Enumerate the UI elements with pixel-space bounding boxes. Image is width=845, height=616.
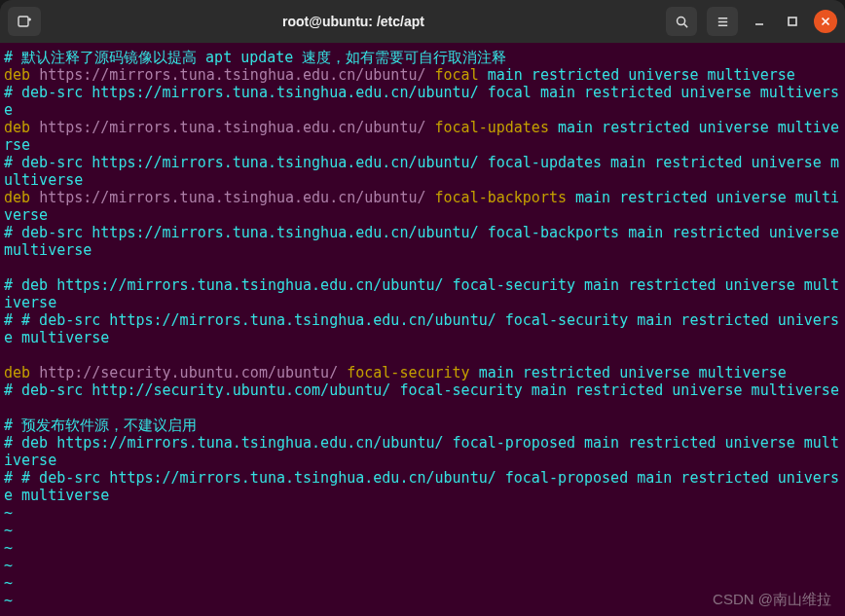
titlebar: root@ubuntu: /etc/apt	[0, 0, 845, 43]
titlebar-left	[8, 7, 41, 36]
editor-content: # 默认注释了源码镜像以提高 apt update 速度，如有需要可自行取消注释…	[4, 49, 841, 609]
terminal-body[interactable]: # 默认注释了源码镜像以提高 apt update 速度，如有需要可自行取消注释…	[0, 43, 845, 616]
minimize-icon	[753, 16, 765, 27]
close-icon	[821, 17, 830, 26]
hamburger-icon	[716, 15, 730, 29]
maximize-button[interactable]	[781, 10, 804, 33]
search-button[interactable]	[666, 7, 697, 36]
titlebar-right	[666, 7, 837, 36]
search-icon	[675, 15, 689, 29]
maximize-icon	[787, 16, 798, 27]
menu-button[interactable]	[707, 7, 738, 36]
new-tab-icon	[17, 14, 32, 29]
watermark: CSDN @南山维拉	[713, 591, 831, 608]
svg-point-3	[677, 17, 684, 24]
svg-rect-0	[18, 17, 28, 26]
minimize-button[interactable]	[748, 10, 771, 33]
new-tab-button[interactable]	[8, 7, 41, 36]
close-button[interactable]	[814, 10, 837, 33]
svg-rect-9	[789, 18, 796, 25]
svg-line-4	[683, 23, 686, 26]
window-title: root@ubuntu: /etc/apt	[49, 14, 658, 29]
